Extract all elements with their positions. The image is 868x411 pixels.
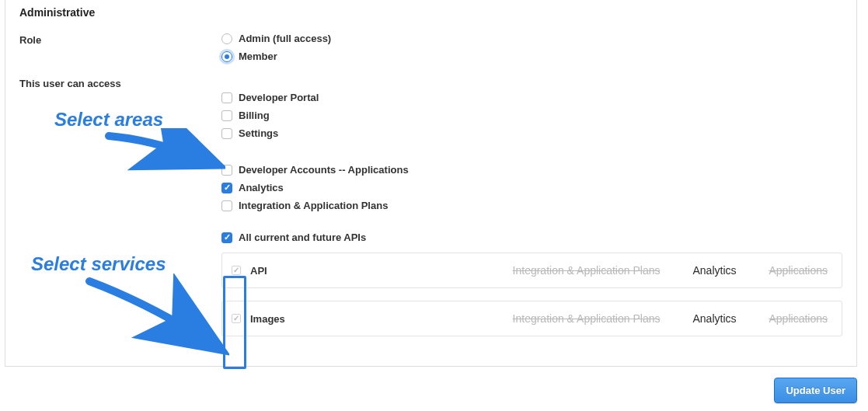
checkbox-icon [221,92,232,103]
update-user-button[interactable]: Update User [774,378,857,403]
access-row: This user can access Developer Portal Bi… [19,76,842,349]
check-analytics[interactable]: Analytics [221,182,842,193]
check-all-apis[interactable]: All current and future APIs [221,232,842,243]
checkbox-icon [221,128,232,139]
role-label: Role [19,33,221,46]
check-integration[interactable]: Integration & Application Plans [221,200,842,211]
role-option-label: Member [239,51,277,62]
check-label: Settings [239,127,278,139]
radio-icon [221,33,232,44]
check-label: Billing [239,110,270,121]
perm-applications: Applications [769,264,828,277]
check-developer-accounts[interactable]: Developer Accounts -- Applications [221,164,842,176]
service-row-api: API Integration & Application Plans Anal… [221,253,842,288]
check-label: Developer Portal [239,92,319,103]
checkbox-icon [221,165,232,176]
role-row: Role Admin (full access) Member [19,33,842,68]
check-label: Analytics [239,182,284,193]
admin-panel: Administrative Role Admin (full access) … [5,0,857,367]
service-name: API [250,265,480,277]
perm-integration: Integration & Application Plans [513,264,661,277]
perm-applications: Applications [769,312,828,325]
check-label: Integration & Application Plans [239,200,388,211]
check-billing[interactable]: Billing [221,110,842,121]
access-label: This user can access [19,76,221,89]
checkbox-icon [221,183,232,193]
perm-analytics: Analytics [692,312,736,325]
checkbox-icon [221,232,232,243]
service-row-images: Images Integration & Application Plans A… [221,301,842,336]
perm-analytics: Analytics [692,264,736,277]
perm-integration: Integration & Application Plans [513,312,661,325]
checkbox-icon[interactable] [232,266,241,275]
check-developer-portal[interactable]: Developer Portal [221,92,842,103]
checkbox-icon [221,110,232,121]
service-name: Images [250,313,480,325]
check-settings[interactable]: Settings [221,127,842,139]
radio-icon [221,51,232,62]
role-option-label: Admin (full access) [239,33,331,44]
check-label: All current and future APIs [239,232,366,243]
section-title: Administrative [19,6,842,19]
role-option-member[interactable]: Member [221,51,331,62]
checkbox-icon [221,200,232,211]
checkbox-icon[interactable] [232,314,241,323]
role-option-admin[interactable]: Admin (full access) [221,33,331,44]
check-label: Developer Accounts -- Applications [239,164,409,176]
